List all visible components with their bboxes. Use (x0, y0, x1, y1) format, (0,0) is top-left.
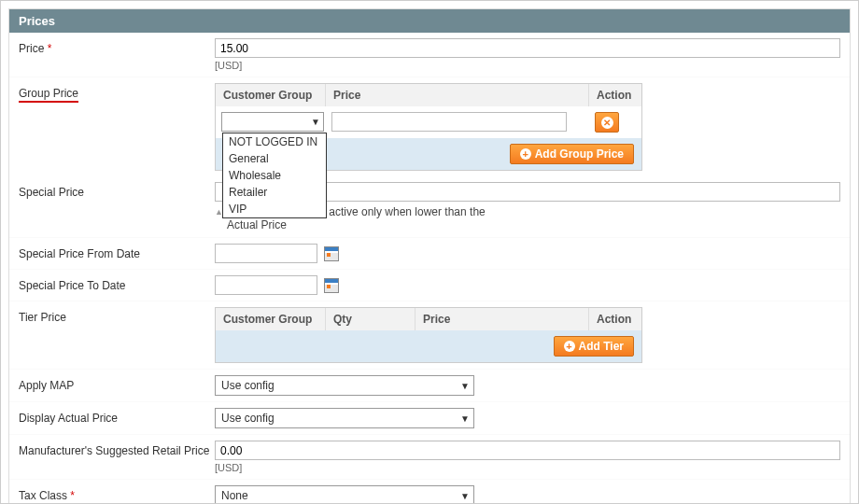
price-input[interactable] (215, 38, 840, 58)
col-qty: Qty (326, 308, 415, 330)
display-actual-select[interactable]: Use config▼ (215, 408, 474, 428)
price-currency: [USD] (215, 60, 840, 71)
customer-group-dropdown: NOT LOGGED IN General Wholesale Retailer… (222, 133, 327, 218)
dropdown-option[interactable]: Retailer (223, 184, 326, 201)
calendar-icon[interactable] (324, 278, 339, 293)
msrp-currency: [USD] (215, 462, 840, 473)
dropdown-option[interactable]: VIP (223, 201, 326, 217)
customer-group-select[interactable]: ▼ NOT LOGGED IN General Wholesale Retail… (221, 112, 324, 132)
col-action: Action (589, 84, 641, 106)
group-price-label: Group Price (19, 83, 215, 103)
col-price: Price (326, 84, 589, 106)
tax-class-select[interactable]: None▼ (215, 485, 474, 504)
special-to-label: Special Price To Date (19, 275, 215, 292)
tax-class-label: Tax Class * (19, 485, 215, 502)
plus-icon: + (520, 148, 531, 160)
msrp-input[interactable] (215, 441, 840, 460)
price-label: Price * (19, 38, 215, 55)
special-price-note2: Actual Price (227, 218, 287, 231)
col-action: Action (589, 308, 641, 330)
dropdown-option[interactable]: General (223, 150, 326, 167)
add-group-price-button[interactable]: +Add Group Price (510, 144, 634, 164)
col-price: Price (415, 308, 589, 330)
special-price-label: Special Price (19, 182, 215, 199)
special-to-input[interactable] (215, 275, 317, 295)
group-price-input[interactable] (331, 112, 567, 132)
apply-map-select[interactable]: Use config▼ (215, 375, 474, 396)
col-customer-group: Customer Group (216, 308, 326, 330)
calendar-icon[interactable] (324, 246, 339, 261)
special-from-input[interactable] (215, 244, 317, 263)
panel-header: Prices (9, 9, 850, 33)
delete-row-button[interactable]: ✕ (595, 112, 619, 133)
msrp-label: Manufacturer's Suggested Retail Price (19, 441, 215, 457)
col-customer-group: Customer Group (216, 84, 326, 106)
delete-icon: ✕ (601, 117, 613, 129)
apply-map-label: Apply MAP (19, 375, 215, 392)
dropdown-option[interactable]: NOT LOGGED IN (223, 133, 326, 150)
group-price-grid: Customer Group Price Action ▼ NOT LOGGED… (215, 83, 642, 171)
tier-price-label: Tier Price (19, 307, 215, 324)
special-from-label: Special Price From Date (19, 244, 215, 260)
tier-price-grid: Customer Group Qty Price Action +Add Tie… (215, 307, 642, 363)
display-actual-label: Display Actual Price (19, 408, 215, 425)
plus-icon: + (564, 341, 575, 352)
add-tier-button[interactable]: +Add Tier (554, 336, 634, 357)
dropdown-option[interactable]: Wholesale (223, 167, 326, 184)
